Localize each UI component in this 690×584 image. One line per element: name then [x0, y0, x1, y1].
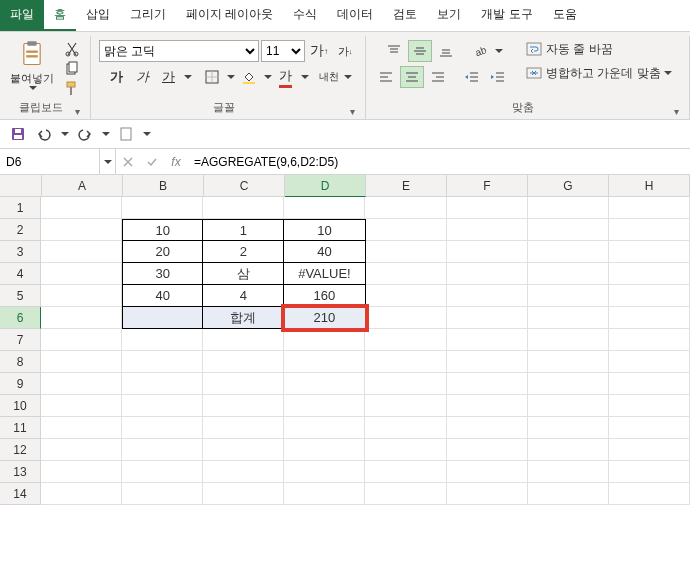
chevron-down-icon[interactable] [61, 132, 69, 136]
tab-draw[interactable]: 그리기 [120, 0, 176, 31]
cell[interactable] [609, 263, 690, 285]
cell[interactable] [609, 395, 690, 417]
cell[interactable] [366, 307, 447, 329]
cell[interactable] [41, 219, 122, 241]
cell[interactable] [447, 241, 528, 263]
bold-button[interactable]: 가 [105, 66, 129, 88]
undo-icon[interactable] [34, 124, 54, 144]
fill-color-icon[interactable] [237, 66, 261, 88]
cell[interactable] [447, 395, 528, 417]
cell[interactable] [365, 351, 446, 373]
column-header[interactable]: H [609, 175, 690, 197]
column-header[interactable]: D [285, 175, 366, 197]
cell[interactable] [447, 351, 528, 373]
cell[interactable] [366, 219, 447, 241]
font-name-combo[interactable]: 맑은 고딕 [99, 40, 259, 62]
cell[interactable] [609, 483, 690, 505]
column-header[interactable]: F [447, 175, 528, 197]
cell[interactable] [122, 483, 203, 505]
cell[interactable] [41, 461, 122, 483]
cell[interactable]: 40 [284, 241, 365, 263]
spreadsheet-grid[interactable]: ABCDEFGH 1210110320240430삼#VALUE!5404160… [0, 175, 690, 505]
column-header[interactable]: E [366, 175, 447, 197]
cell[interactable] [609, 417, 690, 439]
increase-indent-icon[interactable] [486, 66, 510, 88]
cell[interactable] [284, 197, 365, 219]
row-header[interactable]: 6 [0, 307, 41, 329]
cell[interactable]: 1 [203, 219, 284, 241]
cell[interactable] [365, 329, 446, 351]
cell[interactable] [609, 197, 690, 219]
font-size-combo[interactable]: 11 [261, 40, 305, 62]
cell[interactable] [284, 461, 365, 483]
cell[interactable]: 10 [284, 219, 365, 241]
tab-developer[interactable]: 개발 도구 [471, 0, 542, 31]
cell[interactable] [365, 417, 446, 439]
cell[interactable] [447, 461, 528, 483]
cell[interactable] [203, 483, 284, 505]
cell[interactable]: 합계 [203, 307, 284, 329]
cell[interactable] [609, 351, 690, 373]
row-header[interactable]: 3 [0, 241, 41, 263]
cell[interactable]: 210 [284, 307, 365, 329]
cell[interactable]: 삼 [203, 263, 284, 285]
cell[interactable] [365, 395, 446, 417]
cell[interactable] [609, 285, 690, 307]
tab-help[interactable]: 도움 [543, 0, 587, 31]
clipboard-dialog-launcher[interactable]: ▾ [73, 106, 82, 117]
redo-icon[interactable] [75, 124, 95, 144]
cell[interactable] [447, 439, 528, 461]
align-left-icon[interactable] [374, 66, 398, 88]
tab-file[interactable]: 파일 [0, 0, 44, 31]
cell[interactable] [447, 263, 528, 285]
cell[interactable] [41, 263, 122, 285]
cell[interactable] [122, 417, 203, 439]
cell[interactable] [41, 241, 122, 263]
row-header[interactable]: 7 [0, 329, 41, 351]
enter-formula-icon[interactable] [140, 149, 164, 174]
cell[interactable] [447, 483, 528, 505]
cell[interactable] [528, 219, 609, 241]
align-right-icon[interactable] [426, 66, 450, 88]
cell[interactable] [122, 351, 203, 373]
row-header[interactable]: 2 [0, 219, 41, 241]
cell[interactable]: 4 [203, 285, 284, 307]
cell[interactable] [284, 395, 365, 417]
cell[interactable] [447, 197, 528, 219]
row-header[interactable]: 1 [0, 197, 41, 219]
cell[interactable] [447, 417, 528, 439]
name-box[interactable] [0, 149, 100, 174]
cell[interactable] [122, 329, 203, 351]
cell[interactable] [122, 461, 203, 483]
cell[interactable] [447, 285, 528, 307]
alignment-dialog-launcher[interactable]: ▾ [672, 106, 681, 117]
row-header[interactable]: 13 [0, 461, 41, 483]
copy-icon[interactable] [62, 60, 82, 78]
merge-center-button[interactable]: 병합하고 가운데 맞춤 [524, 64, 672, 82]
format-painter-icon[interactable] [62, 80, 82, 98]
wrap-text-button[interactable]: 자동 줄 바꿈 [524, 40, 613, 58]
align-center-icon[interactable] [400, 66, 424, 88]
cell[interactable] [528, 241, 609, 263]
cell[interactable] [528, 395, 609, 417]
cell[interactable]: #VALUE! [284, 263, 365, 285]
paste-button[interactable]: 붙여넣기 [8, 40, 56, 90]
cell[interactable] [528, 263, 609, 285]
cell[interactable] [365, 461, 446, 483]
cell[interactable] [41, 197, 122, 219]
column-header[interactable]: B [123, 175, 204, 197]
tab-review[interactable]: 검토 [383, 0, 427, 31]
cell[interactable] [122, 373, 203, 395]
cell[interactable]: 2 [203, 241, 284, 263]
cell[interactable] [284, 373, 365, 395]
row-header[interactable]: 14 [0, 483, 41, 505]
cell[interactable] [528, 373, 609, 395]
align-top-icon[interactable] [382, 40, 406, 62]
cell[interactable]: 40 [122, 285, 203, 307]
cell[interactable] [122, 395, 203, 417]
cell[interactable] [365, 197, 446, 219]
cell[interactable] [365, 483, 446, 505]
cancel-formula-icon[interactable] [116, 149, 140, 174]
cell[interactable] [284, 483, 365, 505]
cell[interactable] [366, 241, 447, 263]
